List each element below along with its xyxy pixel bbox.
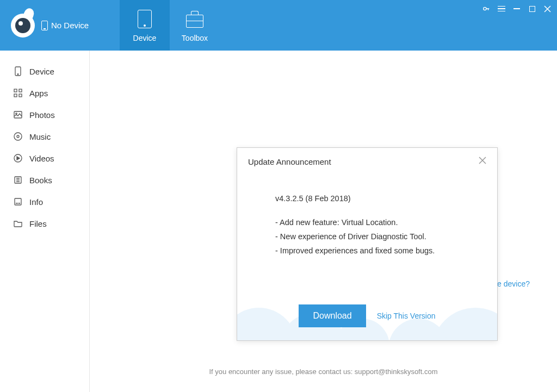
titlebar: No Device Device Toolbox — [0, 0, 557, 51]
sidebar-item-device[interactable]: Device — [0, 60, 89, 82]
sidebar-item-label: Apps — [29, 89, 48, 98]
sidebar-item-label: Photos — [29, 110, 55, 120]
svg-rect-5 — [14, 94, 17, 97]
svg-rect-3 — [14, 89, 17, 92]
sidebar-item-photos[interactable]: Photos — [0, 104, 89, 126]
svg-point-0 — [484, 7, 486, 10]
info-icon — [13, 197, 23, 207]
svg-rect-13 — [15, 198, 21, 205]
svg-point-8 — [16, 113, 17, 114]
sidebar-item-label: Books — [29, 176, 52, 185]
app-logo-icon — [11, 14, 35, 38]
files-icon — [13, 219, 23, 228]
close-button[interactable] — [543, 4, 552, 13]
sidebar-item-music[interactable]: Music — [0, 126, 89, 147]
modal-footer: Download Skip This Version — [237, 291, 497, 340]
nav-tabs: Device Toolbox — [120, 0, 220, 51]
tab-device-label: Device — [133, 34, 157, 42]
svg-point-16 — [20, 203, 20, 204]
phone-icon — [41, 21, 48, 30]
modal-close-button[interactable] — [479, 157, 486, 166]
footer-text: If you encounter any issue, please conta… — [90, 368, 557, 376]
tab-toolbox[interactable]: Toolbox — [170, 0, 220, 51]
key-icon[interactable] — [482, 4, 491, 13]
modal-version: v4.3.2.5 (8 Feb 2018) — [275, 191, 459, 206]
sidebar-item-label: Info — [29, 197, 43, 207]
device-tab-icon — [138, 10, 152, 28]
modal-body: v4.3.2.5 (8 Feb 2018) - Add new feature:… — [237, 175, 497, 258]
toolbox-tab-icon — [186, 15, 203, 28]
modal-change-item: - Improved experiences and fixed some bu… — [275, 244, 459, 258]
svg-point-9 — [14, 133, 22, 140]
tab-device[interactable]: Device — [120, 0, 170, 51]
sidebar-item-books[interactable]: Books — [0, 169, 89, 191]
modal-title: Update Announcement — [248, 157, 331, 166]
no-device-label: No Device — [51, 21, 89, 30]
svg-rect-6 — [19, 94, 22, 97]
sidebar-item-label: Device — [29, 67, 54, 76]
modal-header: Update Announcement — [237, 148, 497, 175]
sidebar-item-files[interactable]: Files — [0, 213, 89, 234]
music-icon — [13, 132, 23, 141]
books-icon — [13, 175, 23, 185]
sidebar: Device Apps Photos Music Videos Books In… — [0, 51, 90, 392]
main-area: Device Apps Photos Music Videos Books In… — [0, 51, 557, 392]
skip-version-link[interactable]: Skip This Version — [377, 312, 436, 320]
modal-change-item: - Add new feature: Virtual Location. — [275, 215, 459, 229]
maximize-button[interactable] — [528, 4, 536, 13]
svg-point-14 — [16, 203, 17, 204]
window-controls — [482, 4, 552, 13]
tab-toolbox-label: Toolbox — [182, 34, 208, 42]
device-status: No Device — [41, 21, 89, 30]
sidebar-item-info[interactable]: Info — [0, 191, 89, 213]
content: ? Cannot recognize the device? If you en… — [90, 51, 557, 392]
svg-point-2 — [17, 74, 18, 75]
sidebar-item-label: Files — [29, 219, 47, 228]
svg-rect-4 — [19, 89, 22, 92]
update-modal: Update Announcement v4.3.2.5 (8 Feb 2018… — [237, 147, 498, 341]
apps-icon — [13, 88, 23, 98]
sidebar-item-label: Music — [29, 132, 51, 141]
logo-area: No Device — [0, 0, 120, 51]
sidebar-item-label: Videos — [29, 154, 54, 163]
download-button[interactable]: Download — [299, 304, 366, 327]
menu-icon[interactable] — [497, 4, 506, 13]
sidebar-item-videos[interactable]: Videos — [0, 147, 89, 169]
svg-point-10 — [17, 135, 19, 138]
minimize-button[interactable] — [512, 4, 521, 13]
photos-icon — [13, 110, 23, 120]
modal-change-item: - New experience of Driver Diagnostic To… — [275, 229, 459, 244]
svg-point-15 — [18, 203, 18, 204]
device-icon — [13, 66, 23, 76]
videos-icon — [13, 153, 23, 163]
sidebar-item-apps[interactable]: Apps — [0, 82, 89, 104]
